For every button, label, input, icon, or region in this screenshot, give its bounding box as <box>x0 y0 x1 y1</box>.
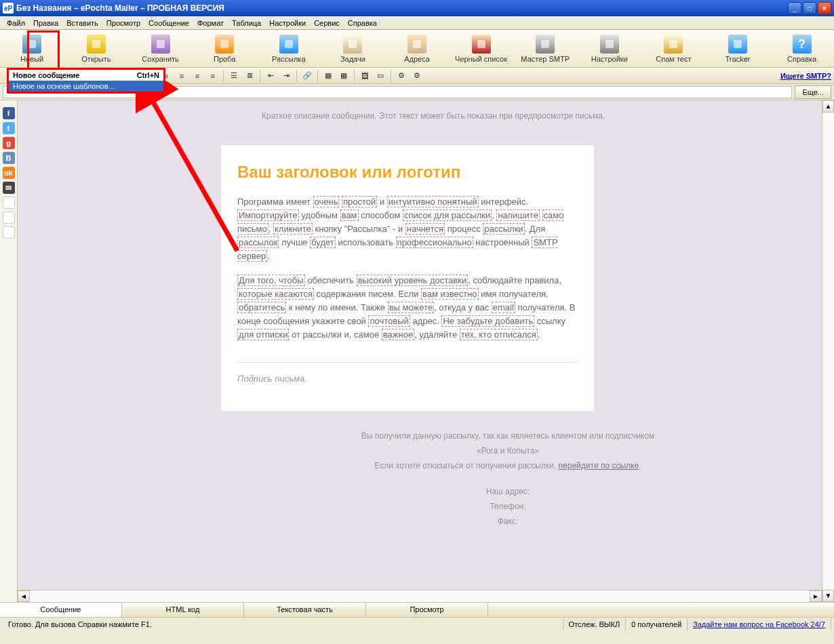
toolbar-label: Задачи <box>340 55 365 63</box>
toolbar-save-button[interactable]: Сохранить <box>128 31 193 66</box>
tab-preview[interactable]: Просмотр <box>366 603 488 617</box>
toolbar-label: Адреса <box>404 55 430 63</box>
insert-object-button[interactable]: ▭ <box>374 69 387 83</box>
scroll-track[interactable] <box>30 590 810 602</box>
horizontal-scrollbar[interactable]: ◄ ► <box>18 590 822 602</box>
paragraph-1[interactable]: Программа имеет очень простой и интуитив… <box>237 195 578 263</box>
new-dropdown-menu: Новое сообщение Ctrl+N Новое на основе ш… <box>7 68 165 94</box>
toolbar-settings-button[interactable]: Настройки <box>577 31 641 66</box>
dropdown-item-shortcut: Ctrl+N <box>137 71 159 79</box>
menu-service[interactable]: Сервис <box>310 18 344 28</box>
toolbar-help-button[interactable]: Справка <box>770 31 834 66</box>
mail-icon[interactable]: ✉ <box>3 182 15 194</box>
paragraph-2[interactable]: Для того, чтобы обеспечить высокий урове… <box>237 274 578 342</box>
facebook-icon[interactable]: f <box>3 107 15 119</box>
editor-viewport[interactable]: Краткое описание сообщения. Этот текст м… <box>18 100 822 590</box>
menu-view[interactable]: Просмотр <box>102 18 144 28</box>
footer-address: Наш адрес: <box>221 484 795 499</box>
vk-icon[interactable]: B <box>3 152 15 164</box>
message-page[interactable]: Ваш заголовок или логотип Программа имее… <box>221 145 594 411</box>
dropdown-item-new-from-template[interactable]: Новое на основе шаблонов… <box>9 81 163 92</box>
menu-file[interactable]: Файл <box>3 18 29 28</box>
main-toolbar: НовыйОткрытьСохранитьПробаРассылкаЗадачи… <box>0 30 834 68</box>
toolbar-smtpwizard-button[interactable]: Мастер SMTP <box>513 31 578 66</box>
main-area: ftgBok✉ Краткое описание сообщения. Этот… <box>0 100 834 602</box>
scroll-up-button[interactable]: ▲ <box>822 100 834 113</box>
toolbar-open-button[interactable]: Открыть <box>64 31 129 66</box>
outdent-button[interactable]: ⇤ <box>264 69 277 83</box>
close-button[interactable]: × <box>818 2 831 14</box>
status-facebook-link[interactable]: Задайте нам вопрос на Facebook 24/7 <box>693 620 825 628</box>
editor-area: Краткое описание сообщения. Этот текст м… <box>18 100 822 602</box>
save-icon <box>151 35 170 54</box>
help-icon <box>793 35 812 54</box>
code-icon[interactable] <box>3 197 15 209</box>
send-icon <box>279 35 298 54</box>
maximize-button[interactable]: □ <box>803 2 816 14</box>
insert-link-button[interactable]: 🔗 <box>300 69 314 83</box>
vertical-scrollbar[interactable]: ▲ ▼ <box>822 100 834 602</box>
status-tracking: Отслеж. ВЫКЛ <box>563 618 627 630</box>
menu-settings[interactable]: Настройки <box>265 18 310 28</box>
status-ready: Готово. Для вызова Справки нажмите F1. <box>3 618 563 630</box>
insert-image-button[interactable]: 🖼 <box>358 69 372 83</box>
tab-message[interactable]: Сообщение <box>0 603 122 617</box>
scroll-right-button[interactable]: ► <box>810 590 822 602</box>
odnoklassniki-icon[interactable]: ok <box>3 167 15 179</box>
unsubscribe-link[interactable]: перейдите по ссылке <box>559 461 639 470</box>
indent-button[interactable]: ⇥ <box>279 69 293 83</box>
toolbar-tasks-button[interactable]: Задачи <box>321 31 385 66</box>
bullet-list-button[interactable]: ≣ <box>243 69 256 83</box>
tool2-button[interactable]: ⚙ <box>410 69 424 83</box>
minimize-button[interactable]: _ <box>788 2 801 14</box>
dropdown-item-new-message[interactable]: Новое сообщение Ctrl+N <box>9 70 163 81</box>
menu-help[interactable]: Справка <box>344 18 381 28</box>
message-heading[interactable]: Ваш заголовок или логотип <box>237 163 578 182</box>
toolbar-label: Настройки <box>591 55 628 63</box>
toolbar-tracker-button[interactable]: Tracker <box>706 31 770 66</box>
tool1-button[interactable]: ⚙ <box>395 69 408 83</box>
short-description-text[interactable]: Краткое описание сообщения. Этот текст м… <box>262 111 605 121</box>
google-plus-icon[interactable]: g <box>3 137 15 149</box>
signature-text[interactable]: Подпись письма. <box>237 374 578 384</box>
email-footer[interactable]: Вы получили данную рассылку, так как явл… <box>221 411 795 546</box>
toolbar-label: Мастер SMTP <box>521 55 570 63</box>
dropdown-item-label: Новое сообщение <box>13 71 79 79</box>
tab-html[interactable]: HTML код <box>122 603 244 617</box>
bottom-tabs: Сообщение HTML код Текстовая часть Просм… <box>0 602 834 617</box>
blacklist-icon <box>472 35 491 54</box>
social-sidebar: ftgBok✉ <box>0 100 18 602</box>
menu-edit[interactable]: Правка <box>29 18 62 28</box>
tasks-icon <box>343 35 362 54</box>
settings-icon <box>600 35 619 54</box>
annotation-highlight-box <box>27 31 60 71</box>
menu-message[interactable]: Сообщение <box>144 18 193 28</box>
toolbar-send-button[interactable]: Рассылка <box>256 31 321 66</box>
smtp-promo-link[interactable]: Ищете SMTP? <box>780 72 831 80</box>
footer-line1: Вы получили данную рассылку, так как явл… <box>221 428 795 443</box>
insert-table-button[interactable]: ▦ <box>321 69 335 83</box>
align-justify-button[interactable]: ≡ <box>206 69 220 83</box>
toolbar-blacklist-button[interactable]: Черный список <box>449 31 513 66</box>
toolbar-spamtest-button[interactable]: Спам тест <box>641 31 706 66</box>
scroll-left-button[interactable]: ◄ <box>18 590 30 602</box>
menu-table[interactable]: Таблица <box>228 18 265 28</box>
tab-text[interactable]: Текстовая часть <box>244 603 366 617</box>
smtpwizard-icon <box>536 35 555 54</box>
menu-insert[interactable]: Вставить <box>62 18 102 28</box>
more-button[interactable]: Еще... <box>795 85 831 99</box>
toolbar-addresses-button[interactable]: Адреса <box>385 31 450 66</box>
scroll-track[interactable] <box>822 113 834 590</box>
menu-format[interactable]: Формат <box>193 18 228 28</box>
google-icon[interactable] <box>3 212 15 224</box>
insert-row-button[interactable]: ▦ <box>337 69 351 83</box>
toolbar-test-button[interactable]: Проба <box>193 31 257 66</box>
numbered-list-button[interactable]: ☰ <box>227 69 241 83</box>
twitter-icon[interactable]: t <box>3 122 15 134</box>
toolbar-label: Открыть <box>81 55 111 63</box>
tracker-icon <box>728 35 747 54</box>
align-right-button[interactable]: ≡ <box>191 69 204 83</box>
smile-icon[interactable] <box>3 226 15 239</box>
align-center-button[interactable]: ≡ <box>175 69 188 83</box>
scroll-down-button[interactable]: ▼ <box>822 590 834 602</box>
